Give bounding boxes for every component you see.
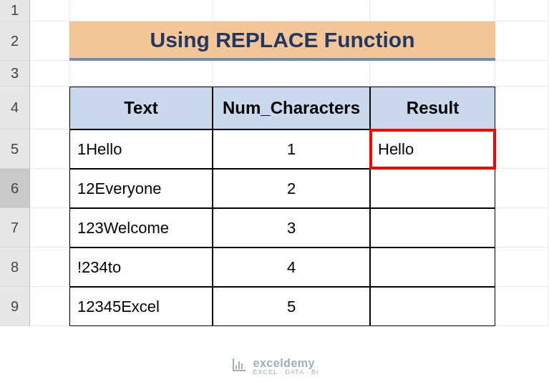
- watermark-sub: EXCEL · DATA · BI: [253, 369, 319, 376]
- cell-d3[interactable]: [213, 61, 370, 87]
- cell-num-1[interactable]: 1: [213, 129, 370, 169]
- cell-b1[interactable]: [30, 0, 69, 21]
- cell-text-4[interactable]: !234to: [69, 248, 213, 287]
- row-header-1[interactable]: 1: [0, 0, 30, 21]
- cell-text-5[interactable]: 12345Excel: [69, 287, 213, 326]
- cell-result-5[interactable]: [370, 287, 495, 326]
- spreadsheet-grid: 1 2 Using REPLACE Function 3 4 Text Num_…: [0, 0, 549, 326]
- cell-b2[interactable]: [30, 21, 69, 61]
- watermark: exceldemy EXCEL · DATA · BI: [230, 356, 319, 376]
- cell-c3[interactable]: [69, 61, 213, 87]
- col-header-text[interactable]: Text: [69, 87, 213, 129]
- cell-f5[interactable]: [495, 129, 549, 169]
- cell-b5[interactable]: [30, 129, 69, 169]
- cell-b4[interactable]: [30, 87, 69, 129]
- cell-f7[interactable]: [495, 208, 549, 248]
- row-header-3[interactable]: 3: [0, 61, 30, 87]
- cell-text-2[interactable]: 12Everyone: [69, 169, 213, 208]
- cell-result-3[interactable]: [370, 208, 495, 248]
- cell-result-4[interactable]: [370, 248, 495, 287]
- row-header-7[interactable]: 7: [0, 208, 30, 248]
- cell-num-2[interactable]: 2: [213, 169, 370, 208]
- col-header-num[interactable]: Num_Characters: [213, 87, 370, 129]
- watermark-text: exceldemy EXCEL · DATA · BI: [253, 358, 319, 376]
- cell-b6[interactable]: [30, 169, 69, 208]
- cell-result-1[interactable]: Hello: [370, 129, 495, 169]
- row-header-8[interactable]: 8: [0, 248, 30, 287]
- watermark-main: exceldemy: [253, 358, 319, 369]
- cell-f4[interactable]: [495, 87, 549, 129]
- cell-c1[interactable]: [69, 0, 213, 21]
- row-header-4[interactable]: 4: [0, 87, 30, 129]
- chart-icon: [230, 356, 248, 376]
- cell-result-2[interactable]: [370, 169, 495, 208]
- cell-b8[interactable]: [30, 248, 69, 287]
- cell-num-5[interactable]: 5: [213, 287, 370, 326]
- row-header-5[interactable]: 5: [0, 129, 30, 169]
- cell-f6[interactable]: [495, 169, 549, 208]
- cell-text-1[interactable]: 1Hello: [69, 129, 213, 169]
- cell-d1[interactable]: [213, 0, 370, 21]
- cell-f3[interactable]: [495, 61, 549, 87]
- cell-num-3[interactable]: 3: [213, 208, 370, 248]
- cell-num-4[interactable]: 4: [213, 248, 370, 287]
- cell-e3[interactable]: [370, 61, 495, 87]
- cell-f1[interactable]: [495, 0, 549, 21]
- row-header-6[interactable]: 6: [0, 169, 30, 208]
- cell-text-3[interactable]: 123Welcome: [69, 208, 213, 248]
- cell-b3[interactable]: [30, 61, 69, 87]
- row-header-2[interactable]: 2: [0, 21, 30, 61]
- col-header-result[interactable]: Result: [370, 87, 495, 129]
- cell-f8[interactable]: [495, 248, 549, 287]
- cell-e1[interactable]: [370, 0, 495, 21]
- cell-b9[interactable]: [30, 287, 69, 326]
- cell-f9[interactable]: [495, 287, 549, 326]
- cell-b7[interactable]: [30, 208, 69, 248]
- cell-f2[interactable]: [495, 21, 549, 61]
- row-header-9[interactable]: 9: [0, 287, 30, 326]
- title-banner[interactable]: Using REPLACE Function: [69, 21, 495, 61]
